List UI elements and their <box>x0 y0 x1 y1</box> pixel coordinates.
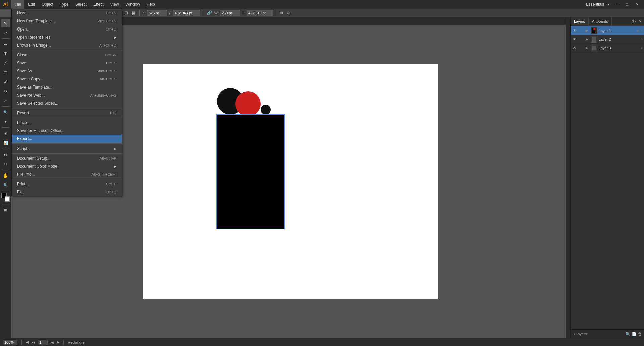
layer-row-2[interactable]: 👁 ▶ Layer 2 ○ <box>571 35 644 44</box>
tool-eyedropper[interactable]: 🔍 <box>1 108 10 117</box>
menu-object[interactable]: Object <box>38 0 57 9</box>
tool-rectangle[interactable]: ◻ <box>1 68 10 77</box>
fm-file-info-label: File Info... <box>17 172 35 177</box>
fm-file-info[interactable]: File Info... Alt+Shift+Ctrl+I <box>12 170 122 178</box>
layers-count-label: 3 Layers <box>573 332 624 336</box>
options-separator-5 <box>139 10 140 16</box>
layer-3-visibility[interactable]: 👁 <box>572 46 577 50</box>
tool-zoom[interactable]: 🔍 <box>1 181 10 189</box>
menu-edit[interactable]: Edit <box>24 0 38 9</box>
tool-graph[interactable]: 📊 <box>1 138 10 147</box>
link-wh-icon[interactable]: 🔗 <box>206 10 213 15</box>
layer-1-target[interactable]: ◎ <box>636 28 639 32</box>
menu-view[interactable]: View <box>107 0 122 9</box>
fm-save[interactable]: Save Ctrl+S <box>12 59 122 67</box>
fm-print[interactable]: Print... Ctrl+P <box>12 180 122 188</box>
fm-save-template[interactable]: Save as Template... <box>12 83 122 91</box>
first-page-button[interactable]: ⏮ <box>31 340 35 344</box>
fm-save-as[interactable]: Save As... Shift+Ctrl+S <box>12 67 122 75</box>
tool-line[interactable]: ∕ <box>1 59 10 67</box>
tool-blend[interactable]: ✦ <box>1 117 10 126</box>
fm-bridge[interactable]: Browse in Bridge... Alt+Ctrl+O <box>12 41 122 49</box>
fm-close[interactable]: Close Ctrl+W <box>12 51 122 59</box>
fm-open[interactable]: Open... Ctrl+O <box>12 25 122 33</box>
close-button[interactable]: ✕ <box>634 2 641 7</box>
align-icon[interactable]: ⊞ <box>123 10 129 15</box>
layer-row-1[interactable]: 👁 ▶ Layer 1 ◎ ○ <box>571 26 644 35</box>
panel-close-icon[interactable]: ✕ <box>638 18 643 24</box>
layer-1-expand[interactable]: ▶ <box>585 28 589 32</box>
fm-save-slices[interactable]: Save Selected Slices... <box>12 99 122 107</box>
delete-layer-icon[interactable]: 🗑 <box>638 332 642 336</box>
tool-artboard[interactable]: ⊡ <box>1 150 10 159</box>
fm-save-web[interactable]: Save for Web... Alt+Shift+Ctrl+S <box>12 91 122 99</box>
layer-2-visibility[interactable]: 👁 <box>572 37 577 42</box>
maximize-button[interactable]: □ <box>624 2 630 6</box>
essentials-label: Essentials <box>586 2 604 7</box>
w-input[interactable] <box>220 10 240 16</box>
h-input[interactable] <box>247 10 273 16</box>
x-label: X: <box>142 11 146 15</box>
fm-new-shortcut: Ctrl+N <box>106 11 116 15</box>
stroke-swatch[interactable] <box>5 196 10 202</box>
essentials-dropdown[interactable]: ▾ <box>607 2 609 7</box>
menu-help[interactable]: Help <box>143 0 158 9</box>
fm-save-web-shortcut: Alt+Shift+Ctrl+S <box>90 93 116 97</box>
menu-effect[interactable]: Effect <box>90 0 107 9</box>
layer-1-select[interactable]: ○ <box>641 28 643 32</box>
tool-type[interactable]: T <box>1 49 10 58</box>
layer-3-target[interactable]: ○ <box>641 46 643 50</box>
fm-save-office[interactable]: Save for Microsoft Office... <box>12 127 122 135</box>
fm-scripts[interactable]: Scripts ▶ <box>12 145 122 153</box>
new-layer-icon[interactable]: 📄 <box>632 332 637 336</box>
distribute-icon[interactable]: ▦ <box>130 10 137 15</box>
tool-paintbrush[interactable]: 🖌 <box>1 77 10 86</box>
page-input[interactable] <box>38 340 48 345</box>
layers-tab[interactable]: Layers <box>571 17 589 25</box>
fm-save-copy[interactable]: Save a Copy... Alt+Ctrl+S <box>12 75 122 83</box>
tool-slice[interactable]: ✂ <box>1 160 10 168</box>
next-page-button[interactable]: ▶ <box>57 340 59 344</box>
search-layers-icon[interactable]: 🔍 <box>625 332 630 336</box>
last-page-button[interactable]: ⏭ <box>50 340 54 344</box>
fm-export[interactable]: Export... <box>12 135 122 143</box>
tool-separator-4 <box>2 149 10 149</box>
transform-icon[interactable]: ⧉ <box>286 10 291 16</box>
right-panel: Layers Artboards ≫ ✕ 👁 ▶ Layer 1 ◎ ○ <box>570 17 644 338</box>
menu-type[interactable]: Type <box>57 0 72 9</box>
menu-select[interactable]: Select <box>72 0 90 9</box>
tool-reflect[interactable]: ⤢ <box>1 96 10 105</box>
fm-place[interactable]: Place... <box>12 119 122 127</box>
fm-recent[interactable]: Open Recent Files ▶ <box>12 33 122 41</box>
layer-3-expand[interactable]: ▶ <box>585 46 589 50</box>
fm-exit[interactable]: Exit Ctrl+Q <box>12 188 122 196</box>
tool-symbol[interactable]: ◈ <box>1 129 10 138</box>
tool-rotate[interactable]: ↻ <box>1 87 10 96</box>
tool-change-screen[interactable]: ⊞ <box>1 206 10 214</box>
zoom-input[interactable] <box>3 340 17 345</box>
constrain-icon[interactable]: ⇔ <box>279 10 285 15</box>
menu-file[interactable]: File <box>11 0 24 9</box>
layer-1-visibility[interactable]: 👁 <box>572 28 577 33</box>
x-input[interactable] <box>147 10 167 16</box>
fm-doc-setup[interactable]: Document Setup... Alt+Ctrl+P <box>12 154 122 162</box>
fm-new-template[interactable]: New from Template... Shift+Ctrl+N <box>12 17 122 25</box>
tool-pen[interactable]: ✒ <box>1 40 10 49</box>
tool-selection[interactable]: ↖ <box>1 19 10 27</box>
prev-page-button[interactable]: ◀ <box>26 340 29 344</box>
fm-revert[interactable]: Revert F12 <box>12 109 122 117</box>
artboards-tab[interactable]: Artboards <box>589 17 612 25</box>
fm-new[interactable]: New... Ctrl+N <box>12 9 122 17</box>
y-input[interactable] <box>173 10 200 16</box>
panel-expand-icon[interactable]: ≫ <box>631 18 637 24</box>
layer-row-3[interactable]: 👁 ▶ Layer 3 ○ <box>571 44 644 52</box>
menu-window[interactable]: Window <box>122 0 143 9</box>
tool-direct-selection[interactable]: ↗ <box>1 28 10 37</box>
fm-doc-setup-shortcut: Alt+Ctrl+P <box>100 156 116 160</box>
circle-red <box>235 91 261 116</box>
layer-2-expand[interactable]: ▶ <box>585 37 589 41</box>
fm-color-mode[interactable]: Document Color Mode ▶ <box>12 162 122 170</box>
layer-2-target[interactable]: ○ <box>641 37 643 41</box>
minimize-button[interactable]: — <box>613 2 621 6</box>
tool-hand[interactable]: ✋ <box>1 171 10 180</box>
